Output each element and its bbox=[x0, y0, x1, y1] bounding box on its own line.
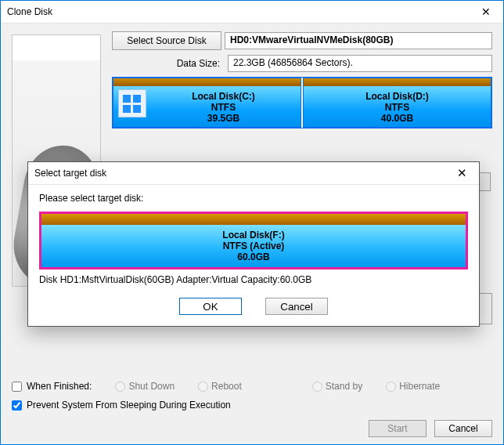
partition-c[interactable]: Local Disk(C:) NTFS 39.5GB bbox=[113, 78, 301, 128]
target-disk-info: Disk HD1:MsftVirtualDisk(60GB) Adapter:V… bbox=[39, 274, 468, 285]
prevent-sleep-label: Prevent System From Sleeping During Exec… bbox=[27, 400, 231, 411]
reboot-radio: Reboot bbox=[198, 381, 242, 392]
windows-logo-icon bbox=[118, 89, 146, 118]
dialog-titlebar: Select target disk ✕ bbox=[28, 162, 479, 185]
shutdown-label: Shut Down bbox=[128, 381, 175, 392]
source-panel: Select Source Disk HD0:VMwareVirtualNVMe… bbox=[112, 31, 492, 128]
window-body: Select Source Disk HD0:VMwareVirtualNVMe… bbox=[1, 24, 503, 445]
when-finished-label: When Finished: bbox=[27, 381, 92, 392]
footer: When Finished: Shut Down Reboot Stand by… bbox=[12, 381, 492, 437]
dialog-body: Please select target disk: Local Disk(F:… bbox=[28, 185, 479, 326]
prevent-sleep-checkbox[interactable]: Prevent System From Sleeping During Exec… bbox=[12, 400, 492, 411]
dialog-ok-button[interactable]: OK bbox=[179, 298, 242, 315]
hibernate-label: Hibernate bbox=[399, 381, 440, 392]
hibernate-radio: Hibernate bbox=[386, 381, 440, 392]
select-source-disk-button[interactable]: Select Source Disk bbox=[112, 31, 221, 50]
window-title: Clone Disk bbox=[7, 6, 469, 17]
partition-d[interactable]: Local Disk(D:) NTFS 40.0GB bbox=[303, 78, 491, 128]
finish-options-row: When Finished: Shut Down Reboot Stand by… bbox=[12, 381, 492, 392]
partition-header-bar bbox=[113, 78, 301, 86]
select-target-dialog: Select target disk ✕ Please select targe… bbox=[27, 161, 480, 327]
shutdown-radio: Shut Down bbox=[115, 381, 175, 392]
start-button: Start bbox=[369, 420, 427, 437]
source-disk-field: HD0:VMwareVirtualNVMeDisk(80GB) bbox=[225, 32, 492, 49]
partition-header-bar bbox=[304, 78, 491, 86]
partition-name: Local Disk(D:) bbox=[307, 91, 488, 102]
close-icon[interactable]: ✕ bbox=[469, 1, 503, 23]
reboot-input bbox=[198, 382, 208, 392]
clone-disk-window: Clone Disk ✕ Select Source Disk HD0:VMwa… bbox=[0, 0, 504, 445]
target-partition[interactable]: Local Disk(F:) NTFS (Active) 60.0GB bbox=[39, 212, 468, 270]
hibernate-input bbox=[386, 382, 396, 392]
target-size: 60.0GB bbox=[41, 251, 466, 262]
prevent-sleep-input[interactable] bbox=[12, 400, 22, 411]
target-header-bar bbox=[41, 214, 466, 225]
standby-label: Stand by bbox=[326, 381, 362, 392]
cancel-button[interactable]: Cancel bbox=[434, 420, 492, 437]
partition-strip: Local Disk(C:) NTFS 39.5GB Local Disk(D:… bbox=[112, 77, 492, 128]
partition-size: 40.0GB bbox=[307, 113, 488, 124]
dialog-close-icon[interactable]: ✕ bbox=[445, 162, 479, 184]
dialog-cancel-button[interactable]: Cancel bbox=[265, 298, 328, 315]
titlebar: Clone Disk ✕ bbox=[1, 1, 503, 24]
target-name: Local Disk(F:) bbox=[41, 230, 466, 241]
standby-input bbox=[312, 382, 322, 392]
reboot-label: Reboot bbox=[211, 381, 242, 392]
dialog-prompt: Please select target disk: bbox=[39, 193, 468, 204]
data-size-field: 22.3GB (46856864 Sectors). bbox=[228, 55, 492, 72]
when-finished-input[interactable] bbox=[12, 382, 22, 392]
dialog-buttons: OK Cancel bbox=[39, 298, 468, 315]
shutdown-input bbox=[115, 382, 125, 392]
when-finished-checkbox[interactable]: When Finished: bbox=[12, 381, 92, 392]
standby-radio: Stand by bbox=[312, 381, 362, 392]
target-fs: NTFS (Active) bbox=[41, 241, 466, 251]
footer-buttons: Start Cancel bbox=[12, 420, 492, 437]
dialog-title: Select target disk bbox=[34, 168, 445, 179]
data-size-label: Data Size: bbox=[112, 58, 225, 69]
partition-fs: NTFS bbox=[307, 102, 488, 113]
